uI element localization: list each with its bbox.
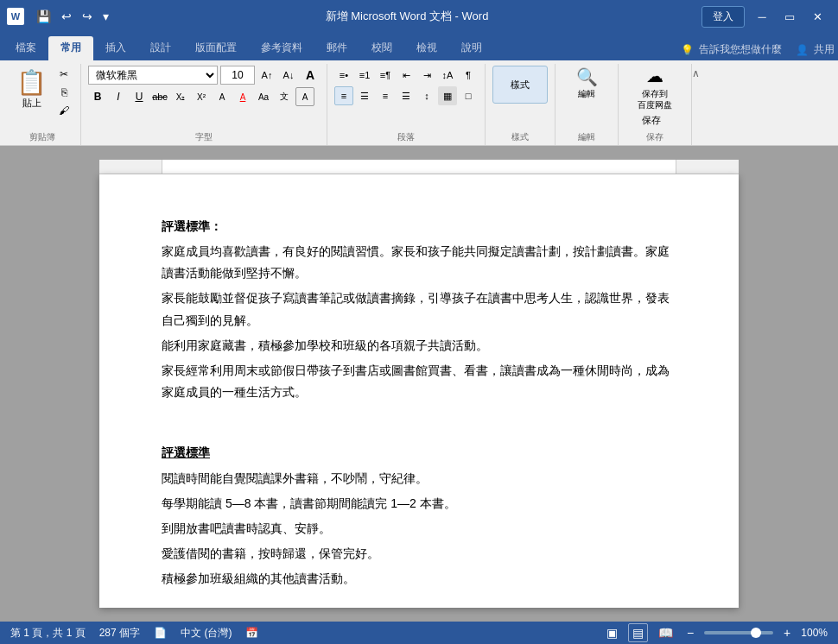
border-btn[interactable]: □ (459, 86, 478, 105)
title-bar-right: 登入 ─ ▭ ✕ (702, 4, 831, 28)
paragraph-8: 愛護借閱的書籍，按時歸還，保管完好。 (162, 543, 676, 565)
tell-me-label[interactable]: 告訴我您想做什麼 (699, 42, 782, 57)
paragraph-5: 閱讀時間能自覺閱讀課外書籍，不吵鬧，守紀律。 (162, 468, 676, 489)
zoom-thumb[interactable] (751, 628, 761, 638)
title-bar-left: W 💾 ↩ ↪ ▾ (7, 8, 112, 25)
strikethrough-button[interactable]: abc (150, 87, 169, 106)
bullets-button[interactable]: ≡• (334, 66, 353, 85)
paragraph-7: 到開放書吧讀書時認真、安靜。 (162, 518, 676, 540)
phonetic-btn[interactable]: 文 (275, 87, 294, 106)
signin-button[interactable]: 登入 (702, 6, 745, 28)
tab-view[interactable]: 檢視 (404, 36, 449, 60)
bold-button[interactable]: B (88, 87, 107, 106)
show-marks-btn[interactable]: ¶ (459, 66, 478, 85)
close-button[interactable]: ✕ (803, 4, 831, 28)
person-icon: 👤 (796, 44, 809, 56)
tab-help[interactable]: 說明 (449, 36, 494, 60)
line-spacing-btn[interactable]: ↕ (417, 86, 436, 105)
ribbon-toolbar: 📋 貼上 ✂ ⎘ 🖌 剪貼簿 微软雅黑 A↑ A↓ A B (0, 60, 838, 146)
tab-file[interactable]: 檔案 (3, 36, 48, 60)
save-button[interactable]: 保存 (625, 110, 677, 129)
paste-icon: 📋 (16, 68, 47, 97)
subscript-button[interactable]: X₂ (171, 87, 190, 106)
paste-label: 貼上 (22, 97, 41, 110)
print-layout-btn[interactable]: ▣ (603, 624, 621, 641)
zoom-in-btn[interactable]: + (780, 624, 794, 641)
save-quick-btn[interactable]: 💾 (33, 8, 54, 25)
read-mode-btn[interactable]: 📖 (655, 624, 676, 641)
save-group-label: 保存 (646, 131, 663, 145)
paste-button[interactable]: 📋 貼上 (10, 66, 53, 112)
zoom-slider[interactable] (704, 631, 773, 635)
font-size-decrease-btn[interactable]: A↓ (279, 66, 298, 85)
document-page[interactable]: 評選標準： 家庭成員均喜歡讀書，有良好的閱讀習慣。家長和孩子能共同擬定讀書計劃，… (99, 174, 739, 608)
superscript-button[interactable]: X² (192, 87, 211, 106)
styles-button[interactable]: 樣式 (492, 66, 548, 104)
underline-button[interactable]: U (130, 87, 149, 106)
paragraph-2: 家長能鼓勵並督促孩子寫讀書筆記或做讀書摘錄，引導孩子在讀書中思考人生，認識世界，… (162, 287, 676, 331)
clipboard-group: 📋 貼上 ✂ ⎘ 🖌 剪貼簿 (3, 64, 81, 145)
font-group: 微软雅黑 A↑ A↓ A B I U abc X₂ X² A A Aa 文 A (81, 64, 327, 145)
paragraph-heading-2: 評選標準 (162, 442, 676, 464)
share-label[interactable]: 共用 (814, 42, 835, 57)
calendar-icon: 📅 (245, 627, 258, 639)
multilevel-button[interactable]: ≡¶ (376, 66, 395, 85)
lightbulb-icon: 💡 (681, 44, 694, 56)
text-highlight-button[interactable]: A (213, 87, 232, 106)
paragraph-9: 積極參加班級組織的其他讀書活動。 (162, 568, 676, 590)
char-spacing-btn[interactable]: Aa (254, 87, 273, 106)
align-right-btn[interactable]: ≡ (376, 86, 395, 105)
window-controls: ─ ▭ ✕ (748, 4, 831, 28)
empty-paragraph (162, 407, 676, 428)
tab-design[interactable]: 設計 (138, 36, 183, 60)
tab-review[interactable]: 校閱 (359, 36, 404, 60)
italic-button[interactable]: I (109, 87, 128, 106)
decrease-indent-btn[interactable]: ⇤ (397, 66, 416, 85)
customize-quick-btn[interactable]: ▾ (99, 8, 112, 25)
status-bar: 第 1 頁，共 1 頁 287 個字 📄 中文 (台灣) 📅 ▣ ▤ 📖 − +… (0, 622, 838, 644)
tab-insert[interactable]: 插入 (93, 36, 138, 60)
shading-btn[interactable]: ▦ (438, 86, 457, 105)
align-left-btn[interactable]: ≡ (334, 86, 353, 105)
save-cloud-button[interactable]: ☁ 保存到百度网盘 (625, 66, 684, 109)
ruler (99, 160, 739, 174)
font-size-input[interactable] (220, 66, 255, 85)
undo-btn[interactable]: ↩ (58, 8, 75, 25)
paragraph-3: 能利用家庭藏書，積極參加學校和班級的各項親子共讀活動。 (162, 335, 676, 357)
tab-layout[interactable]: 版面配置 (183, 36, 249, 60)
justify-btn[interactable]: ☰ (397, 86, 416, 105)
font-color-button[interactable]: A (233, 87, 252, 106)
clear-format-btn[interactable]: A (301, 66, 320, 85)
font-family-select[interactable]: 微软雅黑 (88, 66, 218, 85)
edit-button[interactable]: 🔍 編輯 (562, 66, 611, 100)
edit-icon: 🔍 (576, 66, 598, 87)
edit-label-group: 編輯 (578, 131, 595, 145)
edit-group: 🔍 編輯 編輯 (555, 64, 619, 145)
copy-button[interactable]: ⎘ (54, 84, 73, 101)
redo-btn[interactable]: ↪ (79, 8, 96, 25)
page-info: 第 1 頁，共 1 頁 (10, 626, 86, 641)
ribbon-right: 💡 告訴我您想做什麼 👤 共用 (681, 42, 835, 60)
styles-label: 樣式 (511, 131, 529, 145)
minimize-button[interactable]: ─ (748, 4, 776, 28)
web-layout-btn[interactable]: ▤ (628, 623, 648, 642)
styles-group: 樣式 樣式 (486, 64, 555, 145)
save-cloud-label: 保存到百度网盘 (638, 88, 672, 110)
cut-button[interactable]: ✂ (54, 66, 73, 83)
paragraph-label: 段落 (397, 131, 415, 145)
ribbon-collapse-button[interactable]: ∧ (692, 67, 700, 79)
tab-references[interactable]: 參考資料 (249, 36, 314, 60)
tab-mailings[interactable]: 郵件 (314, 36, 359, 60)
font-label: 字型 (195, 131, 213, 145)
sort-btn[interactable]: ↕A (438, 66, 457, 85)
maximize-button[interactable]: ▭ (776, 4, 803, 28)
zoom-out-btn[interactable]: − (683, 624, 697, 641)
increase-indent-btn[interactable]: ⇥ (417, 66, 436, 85)
font-size-increase-btn[interactable]: A↑ (257, 66, 276, 85)
border-char-btn[interactable]: A (295, 87, 314, 106)
language: 中文 (台灣) (181, 626, 232, 641)
numbering-button[interactable]: ≡1 (355, 66, 374, 85)
tab-home[interactable]: 常用 (48, 36, 93, 60)
format-painter-button[interactable]: 🖌 (54, 102, 73, 119)
align-center-btn[interactable]: ☰ (355, 86, 374, 105)
